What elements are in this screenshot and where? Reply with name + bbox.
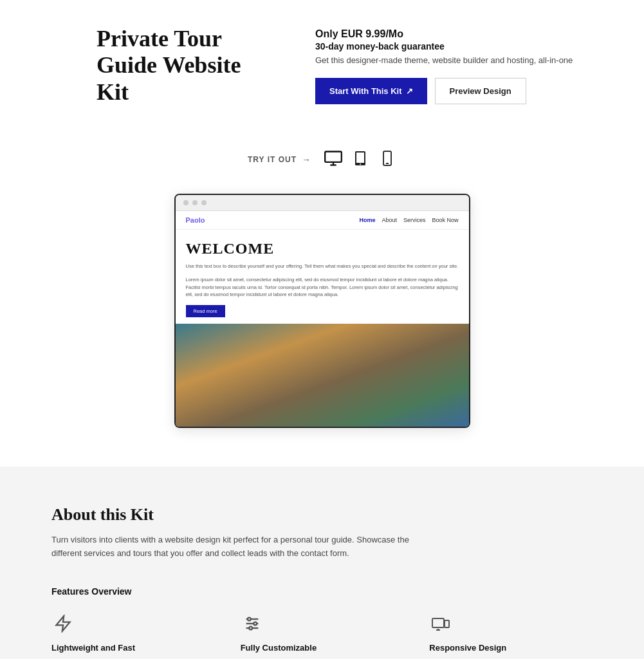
browser-bar bbox=[176, 195, 469, 211]
mobile-icon[interactable] bbox=[378, 151, 396, 168]
mini-nav-services[interactable]: Services bbox=[403, 217, 426, 223]
mini-nav-home[interactable]: Home bbox=[359, 217, 375, 223]
feature-lightweight: Lightweight and Fast Engage your visitor… bbox=[51, 612, 215, 659]
try-label: TRY IT OUT → bbox=[248, 154, 311, 165]
features-grid: Lightweight and Fast Engage your visitor… bbox=[51, 612, 593, 659]
hero-price: Only EUR 9.99/Mo bbox=[315, 28, 573, 40]
browser-frame: Paolo Home About Services Book Now WELCO… bbox=[174, 194, 470, 428]
preview-design-button[interactable]: Preview Design bbox=[435, 78, 526, 104]
mini-welcome-section: WELCOME Use this text box to describe yo… bbox=[176, 230, 469, 324]
hero-buttons: Start With This Kit ↗ Preview Design bbox=[315, 78, 573, 104]
hero-guarantee: 30-day money-back guarantee bbox=[315, 41, 573, 51]
mini-logo: Paolo bbox=[186, 216, 205, 224]
preview-section: Paolo Home About Services Book Now WELCO… bbox=[0, 181, 644, 467]
lightning-icon bbox=[51, 612, 75, 635]
start-kit-button[interactable]: Start With This Kit ↗ bbox=[315, 78, 427, 104]
arrow-icon: ↗ bbox=[406, 86, 413, 96]
svg-rect-4 bbox=[356, 153, 364, 163]
svg-point-12 bbox=[253, 622, 257, 625]
responsive-icon bbox=[429, 612, 452, 635]
mini-welcome-text: Use this text box to describe yourself a… bbox=[186, 263, 459, 270]
browser-dot-2 bbox=[192, 200, 198, 205]
browser-dot-1 bbox=[183, 200, 189, 205]
svg-point-13 bbox=[249, 626, 252, 629]
mini-nav: Paolo Home About Services Book Now bbox=[176, 211, 469, 230]
mini-nav-about[interactable]: About bbox=[382, 217, 397, 223]
svg-rect-0 bbox=[325, 152, 342, 162]
mini-image-overlay bbox=[176, 324, 469, 427]
browser-content: Paolo Home About Services Book Now WELCO… bbox=[176, 211, 469, 427]
feature-lightweight-name: Lightweight and Fast bbox=[51, 643, 215, 653]
browser-dot-3 bbox=[201, 200, 207, 205]
tablet-icon[interactable] bbox=[351, 151, 369, 168]
hero-title: Private Tour Guide Website Kit bbox=[97, 26, 277, 106]
svg-point-5 bbox=[360, 163, 361, 165]
about-description: Turn visitors into clients with a websit… bbox=[51, 534, 437, 561]
features-overview-title: Features Overview bbox=[51, 586, 593, 597]
svg-rect-14 bbox=[432, 618, 444, 627]
sliders-icon bbox=[241, 612, 264, 635]
arrow-right-icon: → bbox=[302, 154, 311, 165]
feature-responsive-name: Responsive Design bbox=[429, 643, 593, 653]
svg-rect-15 bbox=[445, 620, 449, 627]
try-it-out-section: TRY IT OUT → bbox=[0, 131, 644, 181]
about-title: About this Kit bbox=[51, 505, 593, 524]
device-icons bbox=[324, 151, 396, 168]
svg-point-11 bbox=[248, 617, 251, 620]
desktop-icon[interactable] bbox=[324, 151, 342, 168]
feature-responsive: Responsive Design Offer a great user exp… bbox=[429, 612, 593, 659]
about-section: About this Kit Turn visitors into client… bbox=[0, 467, 644, 659]
mini-welcome-text2: Lorem ipsum dolor sit amet, consectetur … bbox=[186, 276, 459, 298]
mini-read-more-button[interactable]: Read more bbox=[186, 305, 225, 317]
feature-customizable: Fully Customizable Tailor this theme to … bbox=[241, 612, 404, 659]
feature-customizable-name: Fully Customizable bbox=[241, 643, 404, 653]
hero-right: Only EUR 9.99/Mo 30-day money-back guara… bbox=[315, 26, 573, 104]
mini-nav-links: Home About Services Book Now bbox=[359, 217, 458, 223]
hero-section: Private Tour Guide Website Kit Only EUR … bbox=[0, 0, 644, 131]
mini-preview-image bbox=[176, 324, 469, 427]
mini-welcome-heading: WELCOME bbox=[186, 240, 459, 257]
mini-nav-book[interactable]: Book Now bbox=[432, 217, 458, 223]
hero-description: Get this designer-made theme, website bu… bbox=[315, 55, 573, 65]
